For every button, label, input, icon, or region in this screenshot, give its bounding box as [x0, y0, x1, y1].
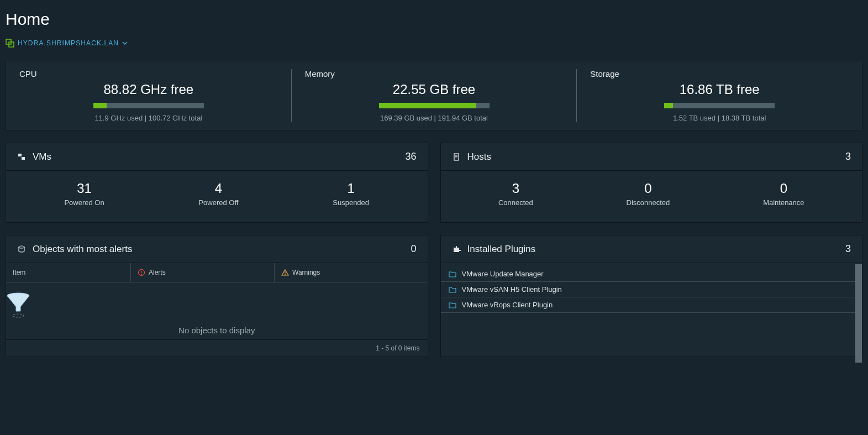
vcenter-icon	[6, 39, 14, 48]
vms-powered-on-count: 31	[64, 181, 104, 196]
alerts-title: Objects with most alerts	[33, 244, 132, 255]
vms-powered-off-label: Powered Off	[198, 198, 238, 207]
alerts-col-alerts[interactable]: Alerts	[130, 263, 274, 282]
folder-icon	[449, 286, 456, 293]
vms-powered-on-label: Powered On	[64, 198, 104, 207]
vms-powered-off-count: 4	[198, 181, 238, 196]
vms-card: VMs 36 31 Powered On 4 Powered Off 1 Sus…	[6, 143, 428, 223]
alerts-card: Objects with most alerts 0 Item Alerts W…	[6, 235, 428, 357]
cpu-label: CPU	[19, 69, 278, 78]
hosts-disconnected-label: Disconnected	[627, 198, 670, 207]
hosts-total: 3	[845, 151, 851, 163]
funnel-icon	[6, 292, 428, 319]
resource-summary: CPU 88.82 GHz free 11.9 GHz used | 100.7…	[6, 61, 862, 130]
hosts-disconnected-count: 0	[627, 181, 670, 196]
plugin-name: VMware vRops Client Plugin	[462, 301, 553, 309]
resource-cpu: CPU 88.82 GHz free 11.9 GHz used | 100.7…	[6, 69, 292, 122]
plugin-row[interactable]: VMware Update Manager	[441, 266, 862, 282]
chevron-down-icon	[122, 40, 128, 46]
storage-free: 16.86 TB free	[590, 82, 849, 97]
plugins-title: Installed Plugins	[467, 244, 536, 255]
breadcrumb-host-link[interactable]: HYDRA.SHRIMPSHACK.LAN	[6, 39, 128, 48]
hosts-maintenance[interactable]: 0 Maintenance	[763, 181, 804, 207]
memory-free: 22.55 GB free	[305, 82, 564, 97]
alerts-col-item[interactable]: Item	[6, 263, 130, 282]
breadcrumb-host-label: HYDRA.SHRIMPSHACK.LAN	[18, 39, 119, 47]
datastore-icon	[17, 245, 26, 254]
alerts-col-warnings[interactable]: Warnings	[274, 263, 428, 282]
plugins-card: Installed Plugins 3 VMware Update Manage…	[440, 235, 863, 357]
page-title: Home	[6, 10, 862, 29]
plugins-total: 3	[845, 243, 851, 255]
plugin-row[interactable]: VMware vSAN H5 Client Plugin	[441, 282, 862, 297]
cpu-detail: 11.9 GHz used | 100.72 GHz total	[19, 114, 278, 122]
svg-point-12	[285, 274, 286, 275]
alerts-empty: No objects to display	[6, 282, 428, 339]
svg-point-7	[19, 246, 24, 248]
alerts-pager: 1 - 5 of 0 items	[6, 339, 428, 357]
cpu-bar	[93, 103, 204, 108]
vms-powered-off[interactable]: 4 Powered Off	[198, 181, 238, 207]
memory-bar	[379, 103, 490, 108]
alert-icon	[138, 269, 145, 276]
svg-rect-2	[18, 154, 22, 156]
warning-icon	[281, 269, 289, 276]
vms-title: VMs	[33, 151, 51, 163]
vms-suspended-label: Suspended	[333, 198, 369, 207]
storage-detail: 1.52 TB used | 18.38 TB total	[590, 114, 849, 122]
vms-total: 36	[405, 151, 416, 163]
svg-rect-3	[22, 157, 25, 160]
svg-point-10	[141, 274, 142, 275]
vms-icon	[17, 153, 26, 161]
hosts-maintenance-label: Maintenance	[763, 198, 804, 207]
vms-suspended-count: 1	[333, 181, 369, 196]
vms-suspended[interactable]: 1 Suspended	[333, 181, 369, 207]
memory-detail: 169.39 GB used | 191.94 GB total	[305, 114, 564, 122]
alerts-table-header: Item Alerts Warnings	[6, 263, 428, 282]
storage-label: Storage	[590, 69, 849, 78]
alerts-empty-text: No objects to display	[6, 326, 428, 335]
alerts-col-warnings-label: Warnings	[292, 269, 320, 276]
cpu-free: 88.82 GHz free	[19, 82, 278, 97]
hosts-disconnected[interactable]: 0 Disconnected	[627, 181, 670, 207]
svg-point-14	[13, 314, 24, 317]
svg-rect-5	[455, 155, 457, 156]
resource-memory: Memory 22.55 GB free 169.39 GB used | 19…	[292, 69, 577, 122]
svg-rect-6	[455, 156, 457, 158]
storage-bar	[664, 103, 775, 108]
plugins-scrollbar[interactable]	[855, 264, 862, 363]
folder-icon	[449, 271, 456, 277]
memory-label: Memory	[305, 69, 564, 78]
hosts-connected-label: Connected	[498, 198, 533, 207]
plugin-name: VMware Update Manager	[462, 270, 544, 278]
vms-powered-on[interactable]: 31 Powered On	[64, 181, 104, 207]
breadcrumb: HYDRA.SHRIMPSHACK.LAN	[6, 39, 862, 48]
plugins-list: VMware Update Manager VMware vSAN H5 Cli…	[441, 263, 862, 313]
hosts-connected[interactable]: 3 Connected	[498, 181, 533, 207]
alerts-col-alerts-label: Alerts	[149, 269, 166, 276]
folder-icon	[449, 302, 456, 308]
alerts-total: 0	[411, 243, 416, 255]
hosts-card: Hosts 3 3 Connected 0 Disconnected 0 Mai…	[440, 143, 863, 223]
plugin-name: VMware vSAN H5 Client Plugin	[462, 285, 562, 294]
plugin-icon	[452, 245, 461, 254]
plugin-row[interactable]: VMware vRops Client Plugin	[441, 297, 862, 313]
hosts-maintenance-count: 0	[763, 181, 804, 196]
hosts-connected-count: 3	[498, 181, 533, 196]
hosts-title: Hosts	[467, 151, 491, 163]
resource-storage: Storage 16.86 TB free 1.52 TB used | 18.…	[577, 69, 862, 122]
hosts-icon	[452, 153, 461, 161]
